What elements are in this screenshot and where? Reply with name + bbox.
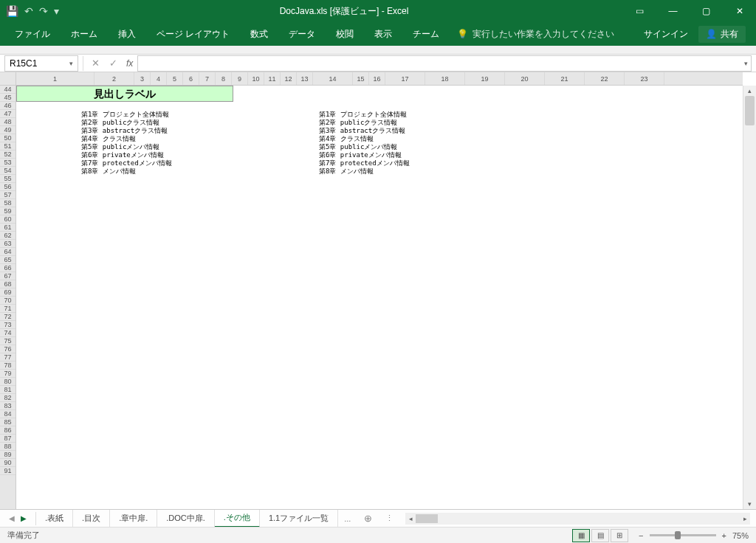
zoom-level[interactable]: 75%: [732, 531, 749, 540]
horizontal-scrollbar[interactable]: ◂ ▸: [405, 513, 750, 525]
select-all-corner[interactable]: [0, 72, 16, 86]
save-icon[interactable]: 💾: [6, 5, 18, 17]
sheet-tab[interactable]: .その他: [215, 510, 260, 528]
tab-team[interactable]: チーム: [402, 22, 450, 46]
normal-view-icon[interactable]: ▦: [572, 529, 590, 542]
qat-customize-icon[interactable]: ▾: [54, 5, 59, 17]
zoom-in-icon[interactable]: +: [722, 531, 726, 540]
sheet-options-icon[interactable]: ⋮: [379, 513, 399, 523]
ribbon-body: [0, 46, 756, 55]
scroll-right-icon[interactable]: ▸: [740, 515, 750, 522]
sheet-nav-next-icon[interactable]: ▶: [21, 514, 27, 522]
tab-home[interactable]: ホーム: [61, 22, 108, 46]
page-layout-view-icon[interactable]: ▤: [591, 529, 609, 542]
chevron-down-icon[interactable]: ▾: [69, 60, 73, 67]
sheet-tab[interactable]: .DOC中扉.: [157, 510, 215, 528]
tell-me-search[interactable]: 💡 実行したい作業を入力してください: [457, 28, 614, 41]
sheet-tab[interactable]: 1.1ファイル一覧: [260, 510, 338, 528]
scroll-left-icon[interactable]: ◂: [405, 515, 416, 522]
ribbon-tabs: ファイル ホーム 挿入 ページ レイアウト 数式 データ 校閲 表示 チーム 💡…: [0, 22, 756, 46]
tab-review[interactable]: 校閲: [326, 22, 364, 46]
status-text: 準備完了: [7, 530, 40, 541]
close-icon[interactable]: ✕: [723, 0, 756, 22]
tab-view[interactable]: 表示: [364, 22, 402, 46]
sign-in-link[interactable]: サインイン: [644, 28, 688, 41]
minimize-icon[interactable]: —: [656, 0, 690, 22]
sheet-tab[interactable]: .目次: [73, 510, 110, 528]
hscroll-thumb[interactable]: [416, 514, 438, 523]
undo-icon[interactable]: ↶: [24, 5, 33, 17]
tab-formulas[interactable]: 数式: [240, 22, 278, 46]
tab-file[interactable]: ファイル: [4, 22, 61, 46]
share-button[interactable]: 👤 共有: [698, 26, 746, 43]
lightbulb-icon: 💡: [457, 29, 468, 39]
expand-formula-icon[interactable]: ▾: [744, 60, 748, 67]
window-title: DocJava.xls [保護ビュー] - Excel: [65, 5, 623, 18]
name-box[interactable]: R15C1 ▾: [4, 55, 78, 72]
maximize-icon[interactable]: ▢: [690, 0, 723, 22]
scroll-down-icon[interactable]: ▾: [743, 500, 756, 508]
cancel-formula-icon[interactable]: ✕: [86, 58, 104, 69]
ribbon-options-icon[interactable]: ▭: [623, 0, 656, 22]
tab-insert[interactable]: 挿入: [108, 22, 146, 46]
enter-formula-icon[interactable]: ✓: [104, 58, 122, 69]
zoom-out-icon[interactable]: −: [639, 531, 643, 540]
add-sheet-icon[interactable]: ⊕: [357, 513, 379, 524]
zoom-slider[interactable]: [650, 534, 716, 536]
sheet-more[interactable]: ...: [338, 514, 357, 523]
formula-bar[interactable]: ▾: [137, 55, 752, 72]
sheet-tab[interactable]: .章中扉.: [110, 510, 157, 528]
page-break-view-icon[interactable]: ⊞: [611, 529, 628, 542]
tab-data[interactable]: データ: [278, 22, 326, 46]
tab-page-layout[interactable]: ページ レイアウト: [146, 22, 240, 46]
sheet-tab[interactable]: .表紙: [36, 510, 73, 528]
sheet-nav-prev-icon[interactable]: ◀: [9, 514, 15, 522]
redo-icon[interactable]: ↷: [39, 5, 48, 17]
share-icon: 👤: [706, 29, 717, 39]
fx-icon[interactable]: fx: [122, 58, 137, 69]
